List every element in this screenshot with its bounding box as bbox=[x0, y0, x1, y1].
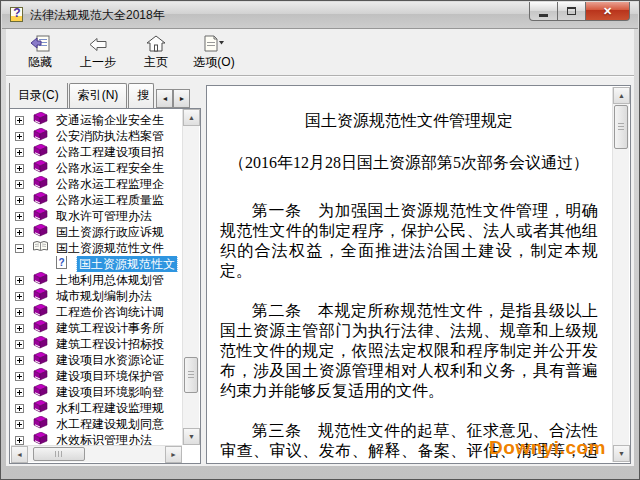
paragraph: 第一条 为加强国土资源规范性文件管理，明确规范性文件的制定程序，保护公民、法人或… bbox=[220, 201, 598, 281]
closed-book-icon bbox=[32, 224, 49, 240]
tree-item[interactable]: 建设项目环境保护管 bbox=[11, 368, 182, 384]
tree-item[interactable]: 取水许可管理办法 bbox=[11, 208, 182, 224]
back-icon bbox=[88, 34, 108, 52]
expand-plus-icon[interactable] bbox=[15, 336, 24, 352]
tree-item[interactable]: 工程造价咨询统计调 bbox=[11, 304, 182, 320]
expand-plus-icon[interactable] bbox=[15, 144, 24, 160]
main-area: 目录(C) 索引(N) 搜 ◄ ► 交通运输企业安全生公安消防执法档案管公路工程… bbox=[6, 81, 634, 466]
tree-item[interactable]: ?国土资源规范性文 bbox=[11, 256, 182, 272]
expand-plus-icon[interactable] bbox=[15, 128, 24, 144]
scroll-left-icon[interactable]: ◄ bbox=[11, 446, 28, 463]
tree-vertical-scrollbar[interactable]: ▲ ▼ bbox=[182, 109, 199, 445]
tree-item-label: 水利工程建设监理规 bbox=[54, 400, 166, 416]
collapse-minus-icon[interactable] bbox=[15, 240, 24, 256]
expand-plus-icon[interactable] bbox=[15, 352, 24, 368]
minimize-button[interactable] bbox=[529, 2, 558, 21]
watermark: Downyi.com bbox=[489, 437, 606, 459]
tree-item[interactable]: 国土资源规范性文件 bbox=[11, 240, 182, 256]
closed-book-icon bbox=[32, 352, 49, 368]
toolbar: 隐藏 上一步 主页 bbox=[6, 29, 634, 76]
tree-item-label: 城市规划编制办法 bbox=[54, 288, 154, 304]
expand-plus-icon[interactable] bbox=[15, 160, 24, 176]
closed-book-icon bbox=[32, 336, 49, 352]
hide-button-label: 隐藏 bbox=[28, 54, 52, 71]
tree-item[interactable]: 公路水运工程安全生 bbox=[11, 160, 182, 176]
closed-book-icon bbox=[32, 128, 49, 144]
tree-item[interactable]: 建筑工程设计招标投 bbox=[11, 336, 182, 352]
expand-plus-icon[interactable] bbox=[15, 432, 24, 445]
scroll-up-icon[interactable]: ▲ bbox=[183, 109, 200, 126]
expand-plus-icon[interactable] bbox=[15, 400, 24, 416]
expand-plus-icon[interactable] bbox=[15, 208, 24, 224]
tree-item-label: 建设项目环境保护管 bbox=[54, 368, 166, 384]
tab-scroll-left-icon[interactable]: ◄ bbox=[156, 89, 173, 108]
topic-pane: 国土资源规范性文件管理规定 （2016年12月28日国土资源部第5次部务会议通过… bbox=[206, 85, 631, 464]
closed-book-icon bbox=[32, 208, 49, 224]
expand-plus-icon[interactable] bbox=[15, 320, 24, 336]
closed-book-icon bbox=[32, 400, 49, 416]
options-button[interactable]: 选项(O) bbox=[188, 31, 240, 73]
expand-plus-icon[interactable] bbox=[15, 384, 24, 400]
tab-search[interactable]: 搜 bbox=[128, 83, 154, 108]
caption-buttons: ✕ bbox=[529, 2, 630, 21]
tree-item-label: 建筑工程设计招标投 bbox=[54, 336, 166, 352]
tree-item-label: 国土资源行政应诉规 bbox=[54, 224, 166, 240]
tab-contents[interactable]: 目录(C) bbox=[9, 83, 68, 108]
expand-plus-icon[interactable] bbox=[15, 368, 24, 384]
expand-plus-icon[interactable] bbox=[15, 224, 24, 240]
document-subtitle: （2016年12月28日国土资源部第5次部务会议通过） bbox=[220, 153, 598, 173]
scroll-up-icon[interactable]: ▲ bbox=[613, 87, 630, 104]
tree-item[interactable]: 建设项目水资源论证 bbox=[11, 352, 182, 368]
maximize-button[interactable] bbox=[558, 2, 586, 21]
document-body: 国土资源规范性文件管理规定 （2016年12月28日国土资源部第5次部务会议通过… bbox=[208, 87, 612, 462]
tree-item[interactable]: 城市规划编制办法 bbox=[11, 288, 182, 304]
close-button[interactable]: ✕ bbox=[586, 2, 630, 21]
svg-text:?: ? bbox=[58, 257, 64, 268]
expand-plus-icon[interactable] bbox=[15, 176, 24, 192]
expand-plus-icon[interactable] bbox=[15, 112, 24, 128]
tree-item[interactable]: 公安消防执法档案管 bbox=[11, 128, 182, 144]
minimize-icon bbox=[539, 14, 548, 17]
tree-hscrollbar-thumb[interactable] bbox=[33, 447, 85, 461]
tree-item-label: 国土资源规范性文件 bbox=[54, 240, 166, 256]
tree-item-label: 取水许可管理办法 bbox=[54, 208, 154, 224]
expand-plus-icon[interactable] bbox=[15, 304, 24, 320]
tree-scrollbar-thumb[interactable] bbox=[184, 357, 198, 393]
scroll-right-icon[interactable]: ► bbox=[165, 446, 182, 463]
scroll-down-icon[interactable]: ▼ bbox=[613, 445, 630, 462]
tree-item[interactable]: 公路水运工程监理企 bbox=[11, 176, 182, 192]
open-book-icon bbox=[32, 240, 49, 256]
content-scrollbar-thumb[interactable] bbox=[614, 105, 628, 149]
tree-item-label: 水效标识管理办法 bbox=[54, 432, 154, 445]
tree-item[interactable]: 水工程建设规划同意 bbox=[11, 416, 182, 432]
tree-horizontal-scrollbar[interactable]: ◄ ► bbox=[11, 445, 182, 462]
home-icon bbox=[146, 34, 166, 52]
tree-item-label: 水工程建设规划同意 bbox=[54, 416, 166, 432]
tree-item[interactable]: 交通运输企业安全生 bbox=[11, 112, 182, 128]
tree-item[interactable]: 水效标识管理办法 bbox=[11, 432, 182, 445]
expand-plus-icon[interactable] bbox=[15, 416, 24, 432]
expand-plus-icon[interactable] bbox=[15, 288, 24, 304]
tab-index[interactable]: 索引(N) bbox=[69, 83, 128, 108]
tree-item[interactable]: 建设项目环境影响登 bbox=[11, 384, 182, 400]
tree-item[interactable]: 公路工程建设项目招 bbox=[11, 144, 182, 160]
closed-book-icon bbox=[32, 304, 49, 320]
tree-item[interactable]: 建筑工程设计事务所 bbox=[11, 320, 182, 336]
contents-tree-panel: 交通运输企业安全生公安消防执法档案管公路工程建设项目招公路水运工程安全生公路水运… bbox=[9, 108, 201, 464]
closed-book-icon bbox=[32, 112, 49, 128]
closed-book-icon bbox=[32, 416, 49, 432]
home-button[interactable]: 主页 bbox=[130, 31, 182, 73]
tree-item[interactable]: 国土资源行政应诉规 bbox=[11, 224, 182, 240]
tree-item[interactable]: 土地利用总体规划管 bbox=[11, 272, 182, 288]
back-button[interactable]: 上一步 bbox=[72, 31, 124, 73]
chm-app-icon: ? bbox=[9, 7, 25, 23]
hide-button[interactable]: 隐藏 bbox=[14, 31, 66, 73]
tree-item[interactable]: 水利工程建设监理规 bbox=[11, 400, 182, 416]
tree-item[interactable]: 公路水运工程质量监 bbox=[11, 192, 182, 208]
scroll-down-icon[interactable]: ▼ bbox=[183, 428, 200, 445]
expand-plus-icon[interactable] bbox=[15, 192, 24, 208]
tab-scroll-right-icon[interactable]: ► bbox=[173, 89, 190, 108]
tree-item-label: 工程造价咨询统计调 bbox=[54, 304, 166, 320]
content-vertical-scrollbar[interactable]: ▲ ▼ bbox=[612, 87, 629, 462]
expand-plus-icon[interactable] bbox=[15, 272, 24, 288]
